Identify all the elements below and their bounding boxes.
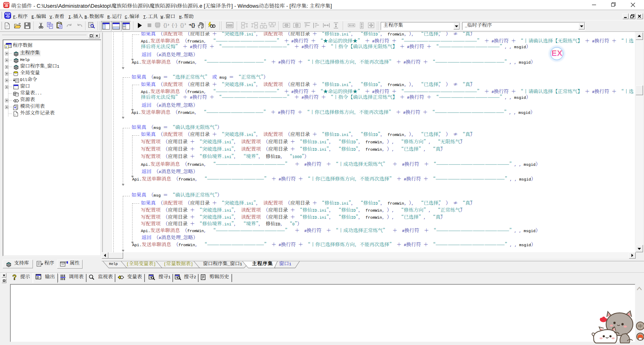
svg-text:{·}: {·} (172, 22, 177, 28)
svg-text:{}: {} (191, 22, 195, 28)
svg-text:中: 中 (638, 323, 643, 330)
svg-text:{}: {} (180, 22, 184, 28)
svg-text:e: e (5, 45, 7, 49)
svg-text:{}: {} (163, 22, 167, 28)
